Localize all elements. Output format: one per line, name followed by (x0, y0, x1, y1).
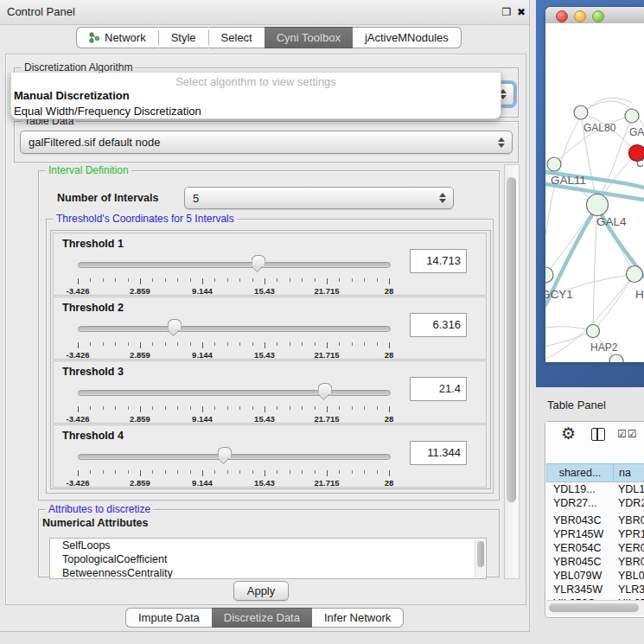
node-top-right[interactable] (625, 109, 639, 123)
threshold-3-value-field[interactable]: 21.4 (410, 377, 467, 401)
tab-network[interactable]: Network (76, 27, 158, 48)
node-hap2[interactable] (587, 325, 600, 338)
list-item[interactable]: TopologicalCoefficient (50, 552, 486, 566)
gear-icon[interactable]: ⚙ (561, 424, 576, 443)
table-cell[interactable]: YBR04 (618, 555, 644, 569)
table-cell[interactable]: YER05 (618, 541, 644, 555)
table-cell[interactable]: YDL19... (553, 482, 614, 496)
table-cell[interactable]: YBR045C (553, 555, 614, 569)
control-panel-titlebar: Control Panel ❐ ✖ (0, 0, 529, 25)
table-panel-toolbar: ⚙ ☑☑ (545, 422, 644, 458)
column-header-shared-name[interactable]: shared... (546, 463, 614, 482)
node-label-h-partial: H (635, 288, 644, 301)
table-cell[interactable]: YBR04 (618, 513, 644, 527)
scrollbar-thumb[interactable] (507, 177, 516, 502)
tab-cyni-toolbox[interactable]: Cyni Toolbox (265, 27, 353, 48)
group-title: Threshold's Coordinates for 5 Intervals (54, 213, 237, 225)
algorithm-dropdown-popup: Select algorithm to view settings Manual… (10, 73, 501, 119)
tab-label: Select (221, 31, 252, 44)
mac-minimize-icon[interactable] (574, 10, 586, 22)
apply-button[interactable]: Apply (233, 581, 289, 601)
tick-labels: -3.426 2.859 9.144 15.43 21.715 28 (78, 350, 389, 360)
network-canvas[interactable]: GAL80 GA C GAL11 GAL4 GCY1 H HAP2 (545, 23, 644, 362)
table-cell[interactable]: YDL19 (618, 482, 644, 496)
network-window: GAL80 GA C GAL11 GAL4 GCY1 H HAP2 (545, 7, 644, 362)
threshold-label: Threshold 1 (62, 238, 124, 250)
table-cell[interactable]: YPR14 (618, 527, 644, 541)
table-data-combo-value: galFiltered.sif default node (21, 136, 494, 149)
threshold-3-slider: -3.426 2.859 9.144 15.43 21.715 28 (78, 382, 391, 420)
node-gal11[interactable] (547, 157, 561, 171)
list-item[interactable]: SelfLoops (50, 539, 486, 552)
node-gal80[interactable] (574, 105, 588, 119)
node-gcy1[interactable] (545, 267, 553, 283)
list-item[interactable]: BetweennessCentrality (50, 566, 486, 579)
tab-label: Style (171, 31, 196, 44)
slider-knob[interactable] (218, 447, 233, 458)
threshold-1-panel: Threshold 1 -3.426 2.859 9.144 (53, 233, 487, 296)
columns-icon[interactable] (591, 428, 605, 441)
table-horizontal-scrollbar[interactable] (546, 600, 644, 615)
checkbox-icons[interactable]: ☑☑ (617, 428, 638, 440)
threshold-2-value-field[interactable]: 6.316 (410, 313, 467, 337)
slider-track[interactable] (78, 326, 391, 332)
threshold-1-value-field[interactable]: 14.713 (410, 249, 467, 273)
threshold-1-slider: -3.426 2.859 9.144 15.43 21.715 28 (78, 254, 391, 292)
threshold-4-value-field[interactable]: 11.344 (410, 441, 467, 465)
table-cell[interactable]: YER054C (553, 541, 614, 555)
table-cell[interactable]: YLR345W (553, 583, 614, 596)
panel-vertical-scrollbar[interactable] (504, 164, 520, 579)
number-of-intervals-value: 5 (185, 192, 436, 205)
tab-discretize-data[interactable]: Discretize Data (212, 608, 312, 628)
node-label-gal4: GAL4 (596, 215, 627, 228)
tab-select[interactable]: Select (209, 27, 265, 48)
slider-track[interactable] (78, 454, 391, 460)
node-bottom[interactable] (609, 354, 623, 362)
slider-knob[interactable] (251, 255, 265, 266)
slider-knob[interactable] (168, 319, 182, 330)
combo-arrows-icon (436, 193, 453, 203)
node-h[interactable] (627, 266, 643, 283)
scrollbar-thumb[interactable] (549, 603, 639, 612)
tick-labels: -3.426 2.859 9.144 15.43 21.715 28 (78, 478, 389, 488)
numerical-attributes-list[interactable]: SelfLoops TopologicalCoefficient Between… (49, 538, 487, 579)
popup-option-equal-width-frequency[interactable]: Equal Width/Frequency Discretization (11, 104, 501, 119)
tab-impute-data[interactable]: Impute Data (125, 608, 212, 628)
table-cell[interactable]: YPR145W (553, 527, 614, 541)
interval-definition-group: Interval Definition Number of Intervals … (38, 170, 500, 501)
table-cell[interactable]: YBL079W (553, 569, 614, 583)
threshold-2-slider: -3.426 2.859 9.144 15.43 21.715 28 (78, 318, 391, 356)
tab-jactivemnodules[interactable]: jActiveMNodules (353, 27, 462, 48)
network-window-titlebar (545, 7, 644, 24)
table-cell[interactable]: YBL07 (618, 569, 644, 583)
slider-knob[interactable] (317, 383, 332, 394)
table-cell[interactable]: YDR27... (553, 496, 614, 510)
table-cell[interactable]: YBR043C (553, 513, 614, 527)
tab-style[interactable]: Style (159, 27, 208, 48)
threshold-label: Threshold 4 (62, 430, 124, 442)
panel-title: Control Panel (7, 5, 75, 18)
table-cell[interactable]: YLR34 (618, 583, 644, 596)
table-cell[interactable]: YDR27 (618, 496, 644, 510)
float-window-icon[interactable]: ❐ (500, 5, 513, 19)
group-title: Attributes to discretize (46, 503, 153, 515)
slider-track[interactable] (78, 262, 391, 268)
node-gal4[interactable] (587, 194, 609, 216)
control-panel-window: Control Panel ❐ ✖ Network Style Select C… (0, 0, 530, 632)
number-of-intervals-combo[interactable]: 5 (184, 187, 454, 209)
close-icon[interactable]: ✖ (514, 5, 528, 19)
threshold-2-panel: Threshold 2 -3.426 2.859 9.144 (53, 296, 487, 360)
table-data-group: Table Data galFiltered.sif default node (14, 121, 519, 163)
list-scrollbar[interactable] (475, 539, 485, 577)
mac-zoom-icon[interactable] (592, 10, 604, 22)
slider-track[interactable] (78, 390, 391, 396)
mac-close-icon[interactable] (556, 10, 568, 22)
slider-ticks (78, 278, 389, 284)
screen: Control Panel ❐ ✖ Network Style Select C… (0, 0, 644, 644)
table-data-combo[interactable]: galFiltered.sif default node (20, 131, 513, 154)
threshold-4-slider: -3.426 2.859 9.144 15.43 21.715 28 (78, 446, 391, 484)
column-header-name[interactable]: na (613, 463, 644, 482)
popup-option-manual-discretization[interactable]: Manual Discretization (11, 88, 501, 104)
tab-infer-network[interactable]: Infer Network (312, 608, 404, 628)
attributes-group: Attributes to discretize Numerical Attri… (38, 509, 500, 577)
